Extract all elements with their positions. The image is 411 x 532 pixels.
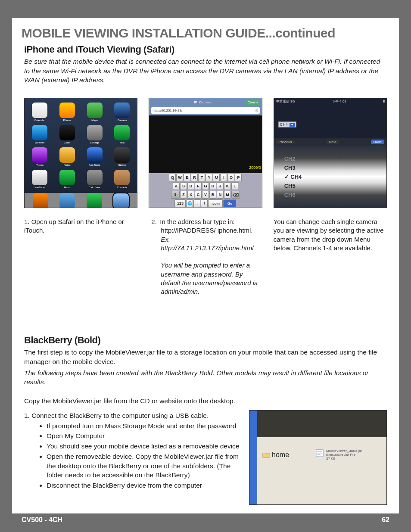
iphone-columns: Calendar Photos Maps Camera Weather Cloc… <box>24 98 387 296</box>
footer-page: 62 <box>382 516 389 524</box>
iphone-title: iPhone and iTouch Viewing (Safari) <box>24 44 387 55</box>
dock-icon: Mail <box>59 193 75 208</box>
bb-intro1: The first step is to copy the MobileView… <box>24 348 387 366</box>
channel-dropdown: CH4 ▾ <box>278 121 296 128</box>
safari-address-row: http://60.251.99.89/ ⊗ <box>149 106 262 115</box>
key: V <box>202 191 209 199</box>
bb-screenshot-col: home MobileViewer_Basic.jar Executable J… <box>249 410 387 505</box>
app-icon: Settings <box>82 125 107 144</box>
dropdown-arrow-icon: ▾ <box>290 123 295 127</box>
safari-top-bar: IP_Camera Cancel <box>149 98 262 106</box>
content: iPhone and iTouch Viewing (Safari) Be su… <box>12 44 399 505</box>
done-button: Done <box>371 140 384 144</box>
key: N <box>217 191 224 199</box>
key: W <box>176 174 183 181</box>
safari-viewer-area <box>149 115 262 173</box>
key: J <box>217 182 224 190</box>
key: F <box>195 182 202 190</box>
num-key: 123 <box>174 199 186 207</box>
bb-folder-name: home <box>272 451 289 459</box>
bb-side-strip <box>249 411 257 504</box>
bb-intro2: The following steps have been created wi… <box>24 368 387 387</box>
bb-file-size: 37 KB <box>326 457 362 461</box>
bb-dark-strip <box>249 411 386 437</box>
iphone-intro: Be sure that the mobile device that is c… <box>24 57 387 85</box>
page: MOBILE VIEWING INSTALLATION GUIDE...cont… <box>12 18 399 526</box>
go-key: Go <box>223 199 236 207</box>
col-safari: IP_Camera Cancel http://60.251.99.89/ ⊗ … <box>149 98 262 296</box>
key: R <box>191 174 198 181</box>
timestamp-overlay: 2009/0 <box>249 165 261 170</box>
safari-cancel-button: Cancel <box>246 100 260 105</box>
bb-folder: home <box>262 451 289 459</box>
key: A <box>173 182 180 190</box>
app-icon: YouTube <box>27 170 52 189</box>
dock-icon: Safari <box>113 193 129 208</box>
key: D <box>187 182 194 190</box>
picker-top: 中華電信 3G 下午 4:09 ▮ CH4 ▾ Previous Next Do… <box>274 98 386 146</box>
bb-title: BlackBerry (Bold) <box>24 335 387 346</box>
wheel-row: CH6 <box>284 190 386 199</box>
folder-icon <box>262 452 270 458</box>
jar-file-icon <box>316 449 324 457</box>
figure-safari: IP_Camera Cancel http://60.251.99.89/ ⊗ … <box>149 98 262 208</box>
app-icon: Calendar <box>27 103 52 121</box>
bb-bullet: You should see your mobile device listed… <box>47 442 240 451</box>
bb-steps: 1. Connect the BlackBerry to the compute… <box>24 410 240 505</box>
key: U <box>213 174 220 181</box>
figure-blackberry: home MobileViewer_Basic.jar Executable J… <box>249 410 387 505</box>
caption-3: You can change each single camera you ar… <box>274 218 387 252</box>
app-icon: App Store <box>82 147 107 166</box>
bb-flex: 1. Connect the BlackBerry to the compute… <box>24 410 387 505</box>
key: P <box>235 174 242 181</box>
period-key: . <box>193 199 200 207</box>
key: S <box>180 182 187 190</box>
app-icon: Clock <box>55 125 80 144</box>
key: K <box>224 182 231 190</box>
wheel-row-selected: CH4 <box>284 172 386 181</box>
caption-1: 1. Open up Safari on the iPhone or iTouc… <box>24 218 137 235</box>
key: Z <box>180 191 187 199</box>
app-icon: Text <box>109 125 134 144</box>
globe-key: 🌐 <box>186 199 193 207</box>
iphone-dock: iPod Mail Phone Safari <box>25 193 137 208</box>
app-icon: Hami <box>55 170 80 189</box>
iphone-home-grid: Calendar Photos Maps Camera Weather Cloc… <box>25 98 137 193</box>
key: Q <box>169 174 176 181</box>
key: B <box>209 191 216 199</box>
app-icon: Camera <box>109 103 134 121</box>
key: I <box>220 174 227 181</box>
figure-iphone-home: Calendar Photos Maps Camera Weather Cloc… <box>24 98 137 208</box>
app-icon: Notes <box>55 147 80 166</box>
key: O <box>227 174 234 181</box>
app-icon: Stocks <box>109 147 134 166</box>
key: C <box>195 191 202 199</box>
next-button: Next <box>327 140 339 144</box>
bb-bullet: Open the removeable device. Copy the Mob… <box>47 452 240 480</box>
app-icon: Contacts <box>109 170 134 189</box>
key: Y <box>206 174 212 181</box>
blackberry-section: BlackBerry (Bold) The first step is to c… <box>24 335 387 505</box>
shift-key: ⇧ <box>171 191 180 199</box>
key: H <box>209 182 216 190</box>
wheel-row: CH2 <box>284 154 386 163</box>
bb-bullets: If prompted turn on Mass Storage Mode an… <box>24 421 240 490</box>
picker-status-bar: 中華電信 3G 下午 4:09 ▮ <box>274 98 386 105</box>
footer-model: CV500 - 4CH <box>22 516 62 524</box>
app-icon: Photos <box>55 103 80 121</box>
carrier-label: 中華電信 3G <box>276 99 295 104</box>
caption-2: 2.In the address bar type in: http://IPA… <box>149 218 262 296</box>
key: L <box>231 182 238 190</box>
key: G <box>202 182 209 190</box>
page-footer: CV500 - 4CH 62 <box>12 513 399 526</box>
col-picker: 中華電信 3G 下午 4:09 ▮ CH4 ▾ Previous Next Do… <box>274 98 387 296</box>
key: M <box>224 191 231 199</box>
bb-file: MobileViewer_Basic.jar Executable Jar Fi… <box>316 449 362 460</box>
clear-icon: ⊗ <box>255 108 258 113</box>
safari-url-field: http://60.251.99.89/ ⊗ <box>151 107 260 114</box>
previous-button: Previous <box>276 140 295 144</box>
battery-icon: ▮ <box>383 99 385 104</box>
delete-key: ⌫ <box>231 191 240 199</box>
app-icon: Weather <box>27 125 52 144</box>
key: X <box>187 191 194 199</box>
